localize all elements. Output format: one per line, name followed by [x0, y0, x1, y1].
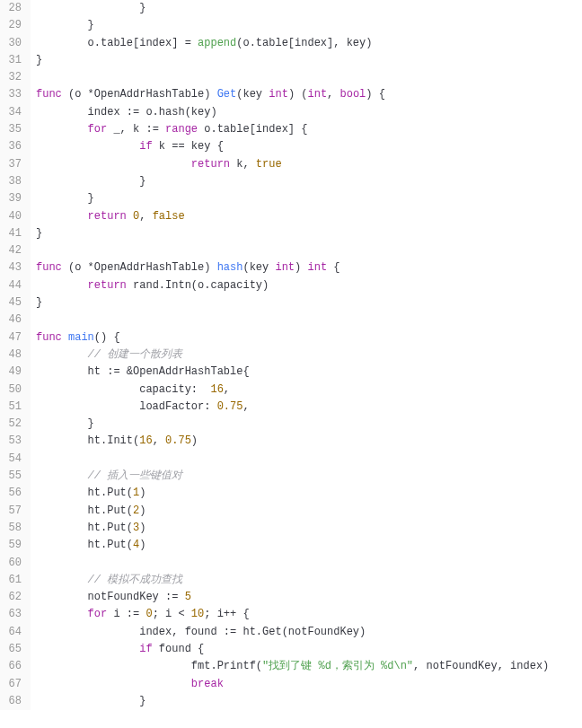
- line-number: 44: [5, 277, 22, 294]
- code-line: [36, 451, 582, 468]
- code-line: }: [36, 225, 582, 242]
- line-number: 35: [5, 121, 22, 138]
- code-line: index, found := ht.Get(notFoundKey): [36, 624, 582, 641]
- code-line: ht.Put(1): [36, 485, 582, 502]
- line-number: 38: [5, 173, 22, 190]
- line-number: 37: [5, 156, 22, 173]
- line-number: 39: [5, 190, 22, 207]
- line-number: 67: [5, 676, 22, 693]
- code-line: return k, true: [36, 156, 582, 173]
- line-number: 66: [5, 658, 22, 675]
- line-number: 53: [5, 433, 22, 450]
- line-number: 61: [5, 572, 22, 589]
- code-line: for i := 0; i < 10; i++ {: [36, 606, 582, 623]
- code-line: notFoundKey := 5: [36, 589, 582, 606]
- line-number: 52: [5, 416, 22, 433]
- line-number: 50: [5, 382, 22, 399]
- code-line: }: [36, 190, 582, 207]
- code-line: }: [36, 294, 582, 311]
- line-number: 54: [5, 451, 22, 468]
- code-line: index := o.hash(key): [36, 104, 582, 121]
- code-line: capacity: 16,: [36, 382, 582, 399]
- line-number: 31: [5, 52, 22, 69]
- code-line: }: [36, 0, 582, 17]
- line-number: 59: [5, 537, 22, 554]
- code-line: for _, k := range o.table[index] {: [36, 121, 582, 138]
- code-line: }: [36, 17, 582, 34]
- code-line: ht.Put(3): [36, 520, 582, 537]
- line-number: 45: [5, 294, 22, 311]
- code-line: [36, 311, 582, 329]
- line-number: 57: [5, 503, 22, 520]
- line-number: 48: [5, 346, 22, 364]
- code-line: // 模拟不成功查找: [36, 572, 582, 589]
- line-number: 51: [5, 399, 22, 416]
- code-line: break: [36, 676, 582, 693]
- line-number: 47: [5, 329, 22, 346]
- code-content: } } o.table[index] = append(o.table[inde…: [31, 0, 582, 710]
- line-number: 49: [5, 364, 22, 381]
- code-line: [36, 555, 582, 572]
- line-number: 30: [5, 35, 22, 52]
- line-number: 32: [5, 69, 22, 86]
- code-line: o.table[index] = append(o.table[index], …: [36, 35, 582, 52]
- line-number: 60: [5, 555, 22, 572]
- code-line: [36, 69, 582, 86]
- code-line: loadFactor: 0.75,: [36, 399, 582, 416]
- line-number: 46: [5, 311, 22, 329]
- code-line: return 0, false: [36, 208, 582, 225]
- code-line: }: [36, 173, 582, 190]
- line-number: 55: [5, 468, 22, 485]
- code-line: // 创建一个散列表: [36, 346, 582, 364]
- line-number: 62: [5, 589, 22, 606]
- line-number: 29: [5, 17, 22, 34]
- line-number: 68: [5, 693, 22, 710]
- code-line: if k == key {: [36, 138, 582, 155]
- line-number: 63: [5, 606, 22, 623]
- line-number: 58: [5, 520, 22, 537]
- code-line: ht.Init(16, 0.75): [36, 433, 582, 450]
- line-number: 36: [5, 138, 22, 155]
- code-line: ht := &OpenAddrHashTable{: [36, 364, 582, 381]
- line-number: 34: [5, 104, 22, 121]
- code-line: func (o *OpenAddrHashTable) hash(key int…: [36, 259, 582, 276]
- code-line: // 插入一些键值对: [36, 468, 582, 485]
- code-line: ht.Put(4): [36, 537, 582, 554]
- code-line: }: [36, 693, 582, 710]
- code-line: [36, 242, 582, 259]
- code-line: ht.Put(2): [36, 503, 582, 520]
- line-number: 56: [5, 485, 22, 502]
- line-number-gutter: 2829303132333435363738394041424344454647…: [0, 0, 31, 710]
- code-line: }: [36, 52, 582, 69]
- line-number: 41: [5, 225, 22, 242]
- code-line: return rand.Intn(o.capacity): [36, 277, 582, 294]
- line-number: 40: [5, 208, 22, 225]
- line-number: 64: [5, 624, 22, 641]
- code-line: func (o *OpenAddrHashTable) Get(key int)…: [36, 86, 582, 103]
- line-number: 65: [5, 641, 22, 658]
- line-number: 43: [5, 259, 22, 276]
- line-number: 42: [5, 242, 22, 259]
- code-line: }: [36, 416, 582, 433]
- line-number: 28: [5, 0, 22, 17]
- code-line: if found {: [36, 641, 582, 658]
- code-line: func main() {: [36, 329, 582, 346]
- code-line: fmt.Printf("找到了键 %d，索引为 %d\n", notFoundK…: [36, 658, 582, 675]
- line-number: 33: [5, 86, 22, 103]
